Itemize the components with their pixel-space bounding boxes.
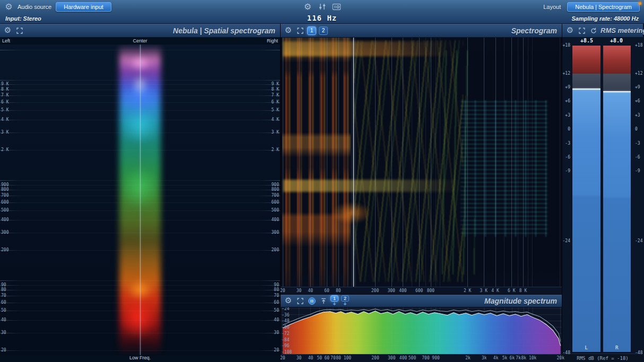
nebula-fullscreen-icon[interactable]	[15, 26, 24, 35]
freq-axis-label: 6 K	[272, 100, 279, 104]
nebula-header: ⚙ Nebula | Spatial spectrogram	[0, 24, 280, 38]
db-scale-label: -9	[634, 169, 643, 173]
freq-axis-label: 4 K	[1, 117, 8, 122]
rms-fullscreen-icon[interactable]	[577, 26, 586, 35]
rms-value-right: +8.0	[602, 38, 631, 45]
freq-axis-label: 40	[274, 317, 279, 322]
rms-bars: L R	[572, 45, 631, 352]
v-gridline	[375, 38, 376, 287]
nebula-body: Left Center Right 9 K9 K8 K8 K7 K7 K6 K6…	[0, 38, 280, 362]
h-gridline	[0, 333, 280, 333]
db-axis-label: -84	[282, 337, 289, 342]
freq-axis-label: 600	[415, 288, 423, 293]
preset-button[interactable]: Nebula | Spectrogram	[567, 2, 640, 12]
freq-axis-label: 90	[274, 282, 279, 287]
h-gridline	[0, 210, 280, 211]
freq-axis-label: 200	[272, 248, 279, 252]
freq-axis-label: 700	[1, 193, 8, 198]
freq-axis-label: 40	[1, 317, 6, 322]
freq-axis-label: 60	[1, 300, 6, 305]
spectrogram-fullscreen-icon[interactable]	[295, 26, 304, 35]
v-gridline	[532, 38, 533, 287]
sliders-icon[interactable]	[318, 2, 327, 11]
db-scale-label: +6	[562, 99, 571, 103]
rms-title: RMS metering	[601, 27, 644, 34]
freq-axis-label: 9 K	[272, 82, 279, 86]
freq-axis-label: 2 K	[272, 147, 279, 152]
rms-scale-right: +18+12+9+6+30-3-6-9-24-48	[634, 45, 643, 352]
settings-gear-icon[interactable]: ⚙	[4, 2, 13, 11]
freq-axis-label: 7 K	[272, 93, 279, 98]
global-settings-icon[interactable]: ⚙	[303, 2, 312, 11]
freq-axis-label: 600	[272, 200, 279, 205]
nebula-pan-labels: Left Center Right	[0, 38, 280, 45]
add-snapshot-1-icon[interactable]: +	[333, 302, 336, 306]
nebula-plot[interactable]: 9 K9 K8 K8 K7 K7 K6 K6 K5 K5 K4 K4 K3 K3…	[0, 45, 280, 355]
freq-axis-label: 8k	[521, 356, 526, 360]
freq-axis-label: 4 K	[491, 288, 499, 293]
freq-axis-label: 500	[1, 208, 8, 213]
v-gridline	[412, 38, 412, 287]
freq-axis-label: 5 K	[1, 108, 8, 112]
magnitude-settings-icon[interactable]: ⚙	[284, 296, 293, 305]
spectrogram-plot[interactable]	[281, 38, 562, 287]
spectrogram-title: Spectrogram	[511, 27, 559, 35]
freq-axis-label: 6k	[510, 356, 515, 360]
rms-meter[interactable]: R	[603, 45, 632, 352]
io-monitor-icon[interactable]	[332, 2, 341, 11]
peak-hold-icon[interactable]	[319, 296, 328, 305]
h-gridline	[0, 350, 280, 351]
h-gridline	[0, 185, 280, 186]
nebula-settings-icon[interactable]: ⚙	[3, 26, 12, 35]
freq-axis-label: 400	[399, 288, 406, 293]
freeze-pause-icon[interactable]	[307, 296, 316, 305]
magnitude-plot[interactable]: -24-36-48-60-72-84-96-108	[281, 307, 562, 354]
freq-axis-label: 3k	[482, 356, 487, 360]
v-gridline	[419, 38, 420, 287]
freq-axis-label: 200	[371, 288, 379, 293]
layout-button[interactable]: Layout	[543, 4, 561, 10]
rms-meter[interactable]: L	[572, 45, 601, 352]
h-gridline	[0, 90, 280, 90]
h-gridline	[0, 110, 280, 111]
h-gridline	[0, 303, 280, 303]
meter-channel-label: R	[603, 345, 631, 350]
db-scale-label: -48	[634, 350, 643, 355]
v-gridline	[283, 38, 283, 287]
spectrogram-view-1-button[interactable]: 1	[307, 27, 316, 35]
freq-axis-label: 3 K	[1, 130, 8, 135]
rms-header: ⚙ RMS metering	[562, 24, 643, 38]
spectrogram-settings-icon[interactable]: ⚙	[284, 26, 293, 35]
db-scale-label: -6	[562, 154, 571, 159]
spectrogram-view-2-button[interactable]: 2	[319, 27, 328, 35]
v-gridline	[338, 38, 339, 287]
h-gridline	[0, 102, 280, 103]
freq-axis-label: 300	[1, 230, 8, 235]
spectrogram-vertical-fade	[281, 38, 562, 287]
add-snapshot-2-icon[interactable]: +	[344, 302, 347, 306]
freq-axis-label: 40	[308, 356, 314, 360]
freq-axis-label: 80	[336, 288, 341, 293]
magnitude-fullscreen-icon[interactable]	[295, 296, 304, 305]
db-axis-label: -60	[282, 325, 289, 330]
freq-axis-label: 30	[1, 330, 6, 335]
freq-axis-label: 8 K	[1, 87, 8, 92]
pan-label-center: Center	[133, 38, 147, 43]
freq-axis-label: 5 K	[272, 108, 279, 112]
pan-label-right: Right	[267, 38, 278, 43]
v-gridline	[436, 38, 436, 287]
status-led	[639, 2, 641, 5]
freq-axis-label: 10k	[529, 356, 536, 360]
db-axis-label: -48	[282, 319, 289, 323]
freq-axis-label: 6 K	[1, 100, 8, 104]
rms-settings-icon[interactable]: ⚙	[565, 26, 575, 35]
rms-reset-icon[interactable]	[589, 26, 598, 35]
db-scale-label: -3	[562, 140, 571, 145]
freq-axis-label: 80	[274, 287, 279, 292]
top-right-cluster: Layout Nebula | Spectrogram	[543, 2, 640, 12]
db-scale-label: -48	[562, 350, 571, 355]
v-gridline	[391, 38, 392, 287]
rms-value-readouts: +8.5 +8.0	[572, 38, 631, 45]
hardware-input-button[interactable]: Hardware input	[56, 2, 111, 12]
h-gridline	[0, 220, 280, 220]
